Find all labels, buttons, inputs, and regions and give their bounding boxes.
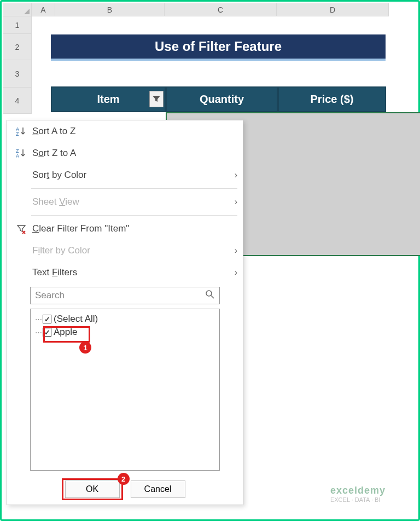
menu-separator — [31, 215, 237, 216]
search-placeholder: Search — [35, 290, 65, 301]
row-header-1[interactable]: 1 — [3, 16, 32, 34]
menu-filter-by-color-label: Filter by Color — [29, 245, 235, 256]
row-header-2[interactable]: 2 — [3, 34, 32, 60]
callout-badge-1: 1 — [79, 341, 91, 354]
col-header-A[interactable]: A — [32, 3, 55, 16]
menu-text-filters[interactable]: Text Filters › — [7, 262, 243, 283]
dialog-button-row: OK 2 Cancel — [7, 481, 243, 498]
checkbox-select-all[interactable] — [43, 315, 51, 323]
header-item: Item — [51, 86, 166, 112]
svg-point-4 — [206, 291, 212, 296]
chevron-right-icon: › — [235, 197, 237, 207]
clear-filter-icon — [14, 223, 29, 234]
select-all-corner[interactable] — [3, 3, 32, 16]
menu-sort-by-color-label: Sort by Color — [29, 170, 235, 181]
callout-highlight-2 — [62, 478, 123, 500]
col-header-B[interactable]: B — [55, 3, 165, 16]
filter-search-input[interactable]: Search — [30, 287, 220, 304]
menu-text-filters-label: Text Filters — [29, 267, 235, 278]
filter-dropdown-button[interactable] — [149, 91, 164, 107]
column-headers-row: A B C D — [32, 3, 389, 16]
tree-line-icon: ⋯ — [35, 328, 42, 337]
svg-text:Z: Z — [16, 131, 19, 137]
menu-clear-filter-label: Clear Filter From "Item" — [29, 223, 237, 234]
col-header-C[interactable]: C — [165, 3, 277, 16]
row-headers-col: 1 2 3 4 — [3, 16, 32, 114]
chevron-right-icon: › — [235, 170, 237, 180]
menu-sort-az[interactable]: AZ Sort A to Z — [7, 120, 243, 142]
search-icon — [205, 290, 215, 302]
col-header-D[interactable]: D — [277, 3, 389, 16]
watermark: exceldemy EXCEL · DATA · BI — [330, 485, 386, 503]
sort-za-icon: ZA — [14, 148, 29, 159]
callout-highlight-1 — [43, 326, 90, 343]
menu-sheet-view-label: Sheet View — [29, 196, 235, 207]
sort-az-icon: AZ — [14, 126, 29, 137]
filter-active-icon — [152, 95, 161, 103]
title-cell: Use of Filter Feature — [51, 34, 386, 61]
menu-sort-by-color[interactable]: Sort by Color › — [7, 164, 243, 186]
header-price: Price ($) — [278, 86, 386, 112]
menu-sheet-view: Sheet View › — [7, 191, 243, 213]
tree-line-icon: ⋯ — [35, 315, 42, 323]
menu-sort-za[interactable]: ZA Sort Z to A — [7, 142, 243, 164]
watermark-tag: EXCEL · DATA · BI — [330, 496, 381, 503]
row-header-3[interactable]: 3 — [3, 60, 32, 88]
header-quantity: Quantity — [166, 86, 278, 112]
callout-badge-2: 2 — [118, 473, 130, 485]
filter-dropdown-menu: AZ Sort A to Z ZA Sort Z to A Sort by Co… — [7, 120, 243, 505]
menu-separator — [31, 188, 237, 189]
cancel-button[interactable]: Cancel — [131, 481, 185, 498]
menu-clear-filter[interactable]: Clear Filter From "Item" — [7, 218, 243, 240]
chevron-right-icon: › — [235, 268, 237, 277]
svg-text:A: A — [16, 153, 19, 159]
menu-filter-by-color: Filter by Color › — [7, 240, 243, 262]
select-all-label: (Select All) — [54, 314, 98, 325]
menu-sort-za-label: Sort Z to A — [29, 148, 237, 159]
chevron-right-icon: › — [235, 246, 237, 256]
menu-sort-az-label: Sort A to Z — [29, 126, 237, 137]
filter-select-all[interactable]: ⋯ (Select All) — [35, 312, 215, 326]
watermark-brand: exceldemy — [330, 485, 386, 496]
row-header-4[interactable]: 4 — [3, 88, 32, 114]
